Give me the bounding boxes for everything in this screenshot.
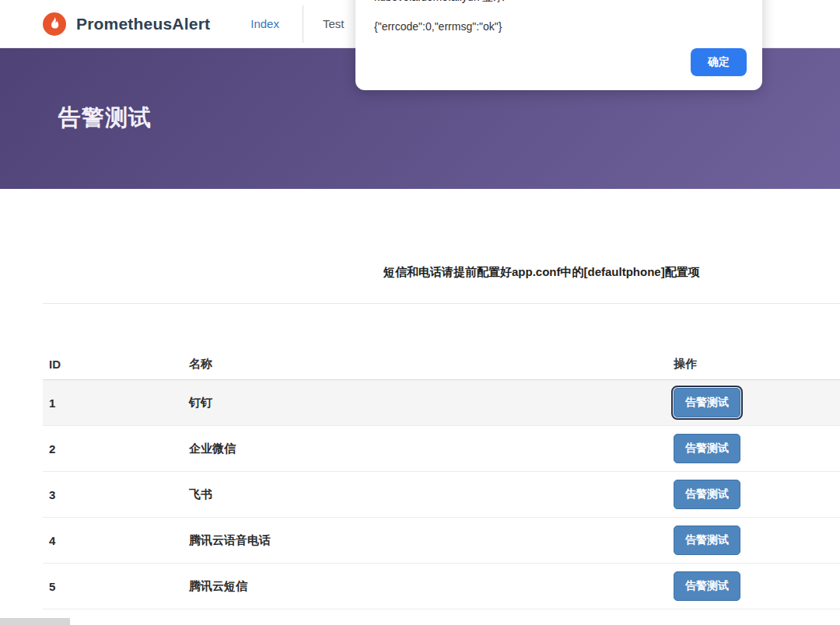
nav-item-index[interactable]: Index <box>233 17 296 30</box>
row-name-cell: 腾讯云语音电话 <box>183 518 667 564</box>
table-row: 2企业微信告警测试 <box>43 426 840 472</box>
alert-test-table: ID 名称 操作 1钉钉告警测试2企业微信告警测试3飞书告警测试4腾讯云语音电话… <box>43 349 840 609</box>
header-name: 名称 <box>183 349 667 380</box>
header-action: 操作 <box>667 349 840 380</box>
header-id: ID <box>43 349 183 380</box>
row-action-cell: 告警测试 <box>667 380 840 426</box>
config-note: 短信和电话请提前配置好app.conf中的[defaultphone]配置项 <box>383 265 700 278</box>
row-id-cell: 5 <box>43 564 183 609</box>
row-id-cell: 1 <box>43 380 183 426</box>
alert-test-button[interactable]: 告警测试 <box>674 571 740 601</box>
alert-dialog: kubevela.demo.aliyun 显示 {"errcode":0,"er… <box>355 0 762 90</box>
row-action-cell: 告警测试 <box>667 518 840 564</box>
divider <box>43 303 840 304</box>
table-row: 5腾讯云短信告警测试 <box>43 564 840 609</box>
row-action-cell: 告警测试 <box>667 472 840 518</box>
alert-test-button[interactable]: 告警测试 <box>674 434 740 463</box>
row-id-cell: 3 <box>43 472 183 518</box>
alert-test-button[interactable]: 告警测试 <box>674 525 740 555</box>
config-note-wrap: 短信和电话请提前配置好app.conf中的[defaultphone]配置项 <box>0 265 840 280</box>
table-row: 3飞书告警测试 <box>43 472 840 518</box>
table-row: 1钉钉告警测试 <box>43 380 840 426</box>
prometheusalert-logo-icon <box>43 12 66 36</box>
alert-test-button[interactable]: 告警测试 <box>674 388 740 417</box>
row-name-cell: 钉钉 <box>183 380 667 426</box>
row-id-cell: 4 <box>43 518 183 564</box>
brand-title: PrometheusAlert <box>76 15 210 33</box>
alert-test-button[interactable]: 告警测试 <box>674 480 740 509</box>
row-action-cell: 告警测试 <box>667 564 840 609</box>
content-area: 短信和电话请提前配置好app.conf中的[defaultphone]配置项 I… <box>0 265 840 609</box>
alert-dialog-message: {"errcode":0,"errmsg":"ok"} <box>374 20 744 33</box>
row-name-cell: 腾讯云短信 <box>183 564 667 609</box>
table-header: ID 名称 操作 <box>43 349 840 380</box>
row-name-cell: 飞书 <box>183 472 667 518</box>
test-table-body: 1钉钉告警测试2企业微信告警测试3飞书告警测试4腾讯云语音电话告警测试5腾讯云短… <box>43 380 840 609</box>
alert-dialog-source: kubevela.demo.aliyun 显示 <box>374 0 744 5</box>
table-row: 4腾讯云语音电话告警测试 <box>43 518 840 564</box>
alert-dialog-confirm-button[interactable]: 确定 <box>691 48 747 76</box>
bottom-edge-artifact <box>0 618 70 625</box>
row-id-cell: 2 <box>43 426 183 472</box>
row-action-cell: 告警测试 <box>667 426 840 472</box>
row-name-cell: 企业微信 <box>183 426 667 472</box>
